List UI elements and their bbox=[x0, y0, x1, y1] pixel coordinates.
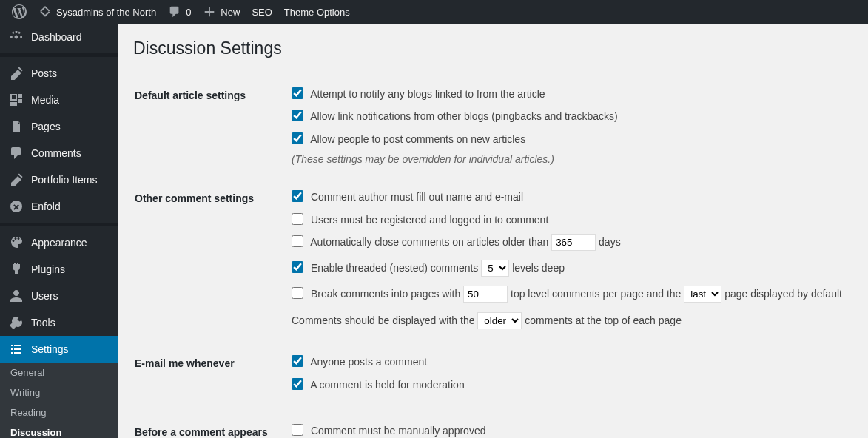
section-default-article-heading: Default article settings bbox=[135, 75, 283, 176]
new-content-link[interactable]: New bbox=[197, 0, 246, 24]
email-anyone-checkbox[interactable] bbox=[292, 355, 303, 367]
default-article-note: (These settings may be overridden for in… bbox=[292, 153, 844, 165]
section-other-comment-heading: Other comment settings bbox=[135, 178, 283, 341]
autoclose-option[interactable]: Automatically close comments on articles… bbox=[292, 234, 844, 251]
sidebar-item-plugins[interactable]: Plugins bbox=[0, 256, 118, 283]
notify-blogs-checkbox[interactable] bbox=[292, 87, 303, 99]
settings-submenu: General Writing Reading Discussion bbox=[0, 363, 118, 438]
admin-toolbar: Sysadmins of the North 0 New SEO Theme O… bbox=[0, 0, 868, 24]
menu-separator bbox=[0, 53, 118, 57]
comment-order-select[interactable]: older bbox=[477, 312, 522, 329]
sidebar-item-users[interactable]: Users bbox=[0, 283, 118, 309]
sidebar-item-dashboard[interactable]: Dashboard bbox=[0, 24, 118, 50]
submenu-writing[interactable]: Writing bbox=[0, 383, 118, 402]
sidebar-item-pages[interactable]: Pages bbox=[0, 113, 118, 140]
admin-sidebar: Dashboard Posts Media Pages Comments Por… bbox=[0, 24, 118, 438]
require-registered-option[interactable]: Users must be registered and logged in t… bbox=[292, 212, 844, 228]
allow-comments-checkbox[interactable] bbox=[292, 132, 303, 144]
autoclose-days-input[interactable] bbox=[551, 234, 596, 251]
allow-comments-option[interactable]: Allow people to post comments on new art… bbox=[292, 131, 844, 147]
section-before-appears-heading: Before a comment appears bbox=[135, 411, 283, 438]
notify-blogs-option[interactable]: Attempt to notify any blogs linked to fr… bbox=[292, 86, 844, 102]
email-moderation-checkbox[interactable] bbox=[292, 378, 303, 390]
paginate-checkbox[interactable] bbox=[292, 287, 303, 299]
submenu-reading[interactable]: Reading bbox=[0, 402, 118, 422]
comments-link[interactable]: 0 bbox=[162, 0, 197, 24]
sidebar-item-appearance[interactable]: Appearance bbox=[0, 229, 118, 256]
email-anyone-option[interactable]: Anyone posts a comment bbox=[292, 354, 844, 370]
autoclose-checkbox[interactable] bbox=[292, 235, 303, 247]
section-email-me-heading: E-mail me whenever bbox=[135, 343, 283, 410]
comment-order-row: Comments should be displayed with the ol… bbox=[292, 311, 844, 330]
page-title: Discussion Settings bbox=[133, 38, 853, 58]
comments-count: 0 bbox=[186, 7, 191, 18]
paginate-option[interactable]: Break comments into pages with top level… bbox=[292, 286, 844, 303]
submenu-discussion[interactable]: Discussion bbox=[0, 422, 118, 438]
new-label: New bbox=[221, 7, 240, 18]
manual-approve-checkbox[interactable] bbox=[292, 424, 303, 436]
sidebar-item-portfolio[interactable]: Portfolio Items bbox=[0, 166, 118, 193]
sidebar-item-comments[interactable]: Comments bbox=[0, 140, 118, 166]
sidebar-item-media[interactable]: Media bbox=[0, 87, 118, 113]
allow-pingbacks-checkbox[interactable] bbox=[292, 110, 303, 121]
manual-approve-option[interactable]: Comment must be manually approved bbox=[292, 422, 844, 438]
seo-link[interactable]: SEO bbox=[246, 0, 277, 24]
threaded-levels-select[interactable]: 5 bbox=[481, 260, 509, 277]
sidebar-item-posts[interactable]: Posts bbox=[0, 60, 118, 87]
menu-separator bbox=[0, 223, 118, 226]
submenu-general[interactable]: General bbox=[0, 363, 118, 383]
site-name: Sysadmins of the North bbox=[56, 7, 156, 18]
paginate-count-input[interactable] bbox=[463, 286, 508, 303]
sidebar-item-tools[interactable]: Tools bbox=[0, 309, 118, 336]
email-moderation-option[interactable]: A comment is held for moderation bbox=[292, 377, 844, 393]
threaded-option[interactable]: Enable threaded (nested) comments 5 leve… bbox=[292, 260, 844, 277]
require-name-email-checkbox[interactable] bbox=[292, 190, 303, 202]
require-name-email-option[interactable]: Comment author must fill out name and e-… bbox=[292, 189, 844, 205]
sidebar-item-enfold[interactable]: Enfold bbox=[0, 193, 118, 220]
wp-logo[interactable] bbox=[6, 0, 33, 24]
threaded-checkbox[interactable] bbox=[292, 261, 303, 273]
paginate-default-select[interactable]: last bbox=[684, 286, 721, 303]
allow-pingbacks-option[interactable]: Allow link notifications from other blog… bbox=[292, 108, 844, 124]
theme-options-link[interactable]: Theme Options bbox=[278, 0, 356, 24]
main-content: Discussion Settings Default article sett… bbox=[118, 24, 868, 438]
sidebar-item-settings[interactable]: Settings bbox=[0, 336, 118, 363]
site-link[interactable]: Sysadmins of the North bbox=[33, 0, 162, 24]
require-registered-checkbox[interactable] bbox=[292, 213, 303, 225]
